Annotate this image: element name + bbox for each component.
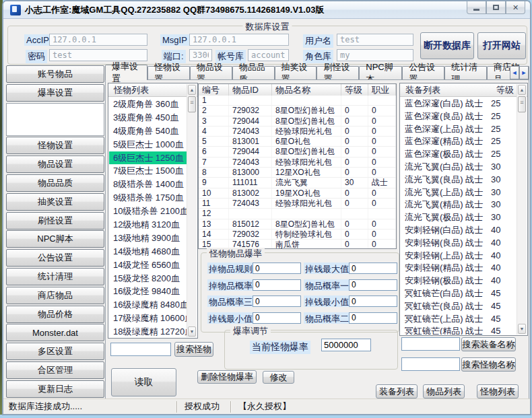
sidebar-item-9[interactable]: 统计清理: [6, 268, 104, 285]
equip-row[interactable]: 安刺轻钢(极品) 战士40: [401, 275, 517, 287]
sidebar-item-12[interactable]: Monster.dat: [6, 324, 104, 341]
table-row[interactable]: 1: [199, 96, 396, 106]
monster-row[interactable]: 3级鹿角兽 450血: [109, 111, 187, 125]
drop-field-input[interactable]: [349, 263, 397, 274]
table-row[interactable]: 1081300219星XO礼包00: [199, 188, 396, 199]
monster-row[interactable]: 17级绿魔精 10600血: [109, 312, 187, 325]
scroll-up-icon[interactable]: ▲: [518, 85, 526, 95]
minimize-button[interactable]: [467, 1, 486, 14]
tab-2[interactable]: 物品设置: [190, 66, 232, 80]
table-row[interactable]: 9111011流光飞翼30战士: [199, 178, 396, 188]
search-monster-button[interactable]: 搜索怪物: [174, 342, 213, 357]
port-input[interactable]: [189, 49, 212, 61]
monster-list-scrollbar[interactable]: ▲ ▼: [187, 84, 197, 337]
equip-row[interactable]: 冥虹镜芒(上品) 战士45: [401, 313, 517, 326]
drop-field-input[interactable]: [349, 279, 397, 291]
table-row[interactable]: 67290448星O型幻兽礼包00: [199, 147, 396, 157]
close-button[interactable]: ✕: [506, 1, 525, 14]
scrollbar-thumb[interactable]: [188, 96, 196, 112]
sidebar-item-13[interactable]: 多区设置: [6, 343, 104, 360]
scroll-down-icon[interactable]: ▼: [188, 326, 196, 337]
sidebar-item-0[interactable]: 账号物品: [6, 65, 104, 83]
password-input[interactable]: [49, 49, 147, 61]
equip-row[interactable]: 蓝色深邃(白品) 战士25: [401, 98, 517, 110]
sidebar-item-2[interactable]: 怪物设置: [6, 137, 104, 154]
monster-row[interactable]: 7级巨杰士 1500血: [109, 164, 187, 178]
monster-row[interactable]: 16级绿魔精 8480血: [109, 298, 187, 312]
open-website-button[interactable]: 打开网站: [477, 32, 526, 59]
role-db-input[interactable]: [337, 49, 413, 61]
sidebar-item-11[interactable]: 物品价格: [6, 306, 104, 323]
read-button[interactable]: 读取: [111, 368, 176, 396]
table-row[interactable]: 11724043经验球阳光礼包00: [199, 199, 396, 209]
monster-row[interactable]: 14级地精 4680血: [109, 245, 187, 258]
equip-row[interactable]: 冥虹镜芒(良品) 战士45: [401, 300, 517, 313]
equip-row[interactable]: 蓝色深邃(极品) 战士25: [401, 148, 517, 161]
monster-row[interactable]: 14级龙怪 6560血: [109, 258, 187, 272]
table-row[interactable]: 7724043经验球阳光礼包00: [199, 158, 396, 168]
monster-list-button[interactable]: 怪物列表: [477, 384, 519, 398]
accip-input[interactable]: [49, 34, 147, 46]
sidebar-item-3[interactable]: 物品设置: [6, 155, 104, 173]
monster-row[interactable]: 13级地精 3900血: [109, 232, 187, 245]
monster-row[interactable]: 18级绿魔精 12720血: [109, 325, 187, 337]
msgip-input[interactable]: [189, 34, 289, 46]
modify-button[interactable]: 修改: [263, 371, 294, 384]
equip-row[interactable]: 蓝色深邃(上品) 战士25: [401, 123, 517, 136]
equip-row[interactable]: 安刺轻钢(上品) 战士40: [401, 250, 517, 263]
monster-name-search-input[interactable]: [401, 357, 460, 371]
tab-7[interactable]: 公告设置: [402, 66, 444, 80]
drop-field-input[interactable]: [349, 312, 397, 324]
table-row[interactable]: 37290448星O型幻兽礼包00: [199, 116, 396, 127]
sidebar-item-10[interactable]: 商店物品: [6, 287, 104, 304]
title-bar[interactable]: 小志工作室:魔域GM工具QQ.272235882 QQ群73498675.114…: [3, 1, 530, 19]
table-row[interactable]: 881300012星XO礼包00: [199, 168, 396, 178]
drop-field-input[interactable]: [253, 312, 301, 324]
table-row[interactable]: 4724043经验球阳光礼包00: [199, 127, 396, 137]
tab-5[interactable]: 刷怪设置: [317, 66, 359, 80]
username-input[interactable]: [337, 34, 413, 46]
equip-list-button[interactable]: 装备列表: [376, 384, 418, 398]
tab-8[interactable]: 统计清理: [444, 66, 487, 80]
monster-row[interactable]: 16级龙怪 9840血: [109, 285, 187, 298]
equip-row[interactable]: 安刺轻钢(白品) 战士40: [401, 224, 517, 237]
tab-3[interactable]: 物品品质: [232, 66, 275, 80]
monster-row[interactable]: 5级巨杰士 1000血: [109, 138, 187, 151]
table-row[interactable]: 27290328星O型幻兽礼包00: [199, 106, 396, 116]
search-monster-name-button[interactable]: 搜索怪物名称: [461, 357, 516, 372]
monster-row[interactable]: 2级鹿角兽 360血: [109, 98, 187, 111]
monster-row[interactable]: 15级龙怪 8200血: [109, 272, 187, 285]
tab-6[interactable]: NPC脚本: [359, 66, 402, 80]
monster-row[interactable]: 10级猎杀兽 2100血: [109, 205, 187, 218]
monster-row[interactable]: 8级猎杀兽 1400血: [109, 178, 187, 191]
sidebar-item-4[interactable]: 物品品质: [6, 174, 104, 192]
drop-field-input[interactable]: [253, 295, 301, 307]
equip-row[interactable]: 冥虹镜芒(白品) 战士45: [401, 287, 517, 300]
sidebar-item-15[interactable]: 更新日志: [6, 380, 104, 398]
tab-scroll-right-icon[interactable]: ►: [519, 66, 529, 79]
equip-row[interactable]: 流光飞翼(精品) 战士30: [401, 199, 517, 211]
table-row[interactable]: 14729032特制经验球礼包00: [199, 230, 396, 240]
tab-1[interactable]: 怪物设置: [147, 66, 190, 80]
equip-row[interactable]: 冥虹镜芒(精品) 战士45: [401, 325, 517, 335]
current-rate-input[interactable]: [321, 339, 371, 351]
sidebar-item-7[interactable]: NPC脚本: [6, 230, 104, 248]
tab-scroll-left-icon[interactable]: ◄: [510, 66, 519, 79]
search-equip-name-button[interactable]: 搜索装备名称: [461, 337, 516, 351]
monster-row[interactable]: 4级鹿角兽 540血: [109, 125, 187, 138]
equip-row[interactable]: 安刺轻钢(良品) 战士40: [401, 237, 517, 250]
maximize-button[interactable]: [486, 1, 506, 14]
drop-field-input[interactable]: [253, 263, 301, 274]
equip-row[interactable]: 流光飞翼(上品) 战士30: [401, 186, 517, 199]
table-row[interactable]: 138150128星O型幻兽礼包00: [199, 219, 396, 230]
item-list-button[interactable]: 物品列表: [423, 384, 465, 398]
monster-row[interactable]: 12级地精 3120血: [109, 218, 187, 232]
tab-0[interactable]: 爆率设置: [105, 65, 147, 80]
tab-4[interactable]: 抽奖设置: [275, 66, 317, 80]
monster-row[interactable]: 6级巨杰士 1250血: [109, 151, 187, 165]
sidebar-item-5[interactable]: 抽奖设置: [6, 193, 104, 211]
scroll-up-icon[interactable]: ▲: [188, 85, 196, 95]
drop-field-input[interactable]: [349, 295, 397, 307]
equip-list-scrollbar[interactable]: ▲ ▼: [517, 84, 527, 335]
sidebar-item-14[interactable]: 合区管理: [6, 361, 104, 379]
